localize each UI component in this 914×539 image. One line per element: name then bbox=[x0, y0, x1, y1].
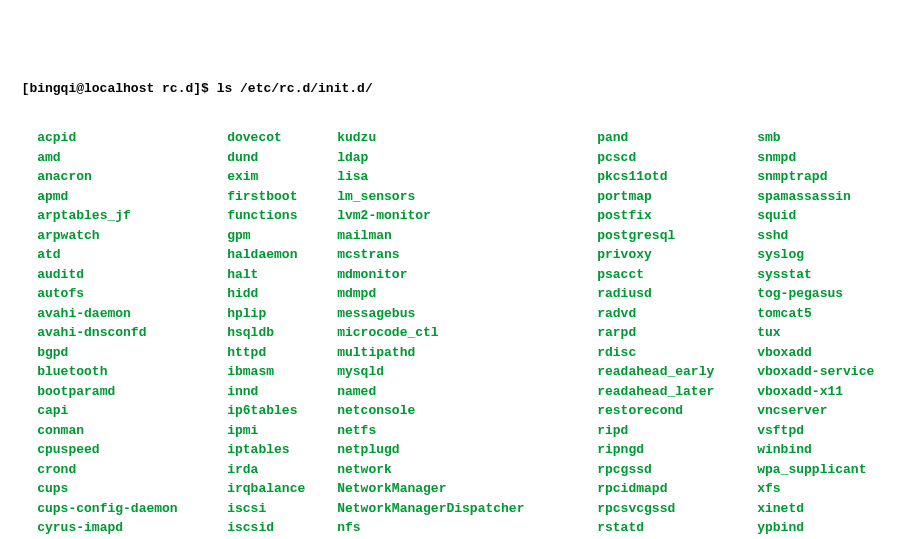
file-entry: avahi-dnsconfd bbox=[37, 323, 227, 343]
file-entry: httpd bbox=[227, 343, 337, 363]
listing-column-5: smbsnmpdsnmptrapdspamassassinsquidsshdsy… bbox=[757, 128, 914, 539]
file-entry: privoxy bbox=[597, 245, 757, 265]
file-entry: avahi-daemon bbox=[37, 304, 227, 324]
file-entry: haldaemon bbox=[227, 245, 337, 265]
file-entry: vncserver bbox=[757, 401, 914, 421]
file-entry: spamassassin bbox=[757, 187, 914, 207]
file-entry: pand bbox=[597, 128, 757, 148]
file-entry: ibmasm bbox=[227, 362, 337, 382]
file-entry: rpcsvcgssd bbox=[597, 499, 757, 519]
file-entry: hidd bbox=[227, 284, 337, 304]
file-entry: readahead_later bbox=[597, 382, 757, 402]
file-entry: cpuspeed bbox=[37, 440, 227, 460]
file-entry: netplugd bbox=[337, 440, 597, 460]
file-entry: ipmi bbox=[227, 421, 337, 441]
file-entry: vboxadd-service bbox=[757, 362, 914, 382]
file-entry: exim bbox=[227, 167, 337, 187]
file-entry: mailman bbox=[337, 226, 597, 246]
file-entry: arptables_jf bbox=[37, 206, 227, 226]
file-entry: hsqldb bbox=[227, 323, 337, 343]
file-entry: functions bbox=[227, 206, 337, 226]
file-entry: capi bbox=[37, 401, 227, 421]
file-entry: apmd bbox=[37, 187, 227, 207]
file-entry: portmap bbox=[597, 187, 757, 207]
file-entry: postgresql bbox=[597, 226, 757, 246]
file-entry: atd bbox=[37, 245, 227, 265]
listing-column-1: acpidamdanacronapmdarptables_jfarpwatcha… bbox=[37, 128, 227, 539]
file-entry: anacron bbox=[37, 167, 227, 187]
file-entry: ip6tables bbox=[227, 401, 337, 421]
file-entry: radvd bbox=[597, 304, 757, 324]
file-entry: hplip bbox=[227, 304, 337, 324]
file-entry: rarpd bbox=[597, 323, 757, 343]
file-entry: tux bbox=[757, 323, 914, 343]
file-entry: lm_sensors bbox=[337, 187, 597, 207]
file-entry: vboxadd bbox=[757, 343, 914, 363]
file-entry: crond bbox=[37, 460, 227, 480]
listing-column-2: dovecotdundeximfirstbootfunctionsgpmhald… bbox=[227, 128, 337, 539]
file-entry: named bbox=[337, 382, 597, 402]
listing-column-4: pandpcscdpkcs11otdportmappostfixpostgres… bbox=[597, 128, 757, 539]
file-entry: mdmonitor bbox=[337, 265, 597, 285]
file-entry: mdmpd bbox=[337, 284, 597, 304]
file-entry: xfs bbox=[757, 479, 914, 499]
file-entry: conman bbox=[37, 421, 227, 441]
file-entry: rpcgssd bbox=[597, 460, 757, 480]
directory-listing: acpidamdanacronapmdarptables_jfarpwatcha… bbox=[6, 113, 908, 539]
file-entry: lvm2-monitor bbox=[337, 206, 597, 226]
file-entry: pcscd bbox=[597, 148, 757, 168]
file-entry: ldap bbox=[337, 148, 597, 168]
file-entry: network bbox=[337, 460, 597, 480]
file-entry: acpid bbox=[37, 128, 227, 148]
file-entry: cyrus-imapd bbox=[37, 518, 227, 538]
file-entry: dund bbox=[227, 148, 337, 168]
file-entry: iptables bbox=[227, 440, 337, 460]
file-entry: arpwatch bbox=[37, 226, 227, 246]
file-entry: kudzu bbox=[337, 128, 597, 148]
file-entry: amd bbox=[37, 148, 227, 168]
file-entry: microcode_ctl bbox=[337, 323, 597, 343]
file-entry: psacct bbox=[597, 265, 757, 285]
terminal-output: [bingqi@localhost rc.d]$ ls /etc/rc.d/in… bbox=[6, 66, 908, 539]
file-entry: netconsole bbox=[337, 401, 597, 421]
file-entry: irda bbox=[227, 460, 337, 480]
file-entry: vboxadd-x11 bbox=[757, 382, 914, 402]
file-entry: restorecond bbox=[597, 401, 757, 421]
file-entry: xinetd bbox=[757, 499, 914, 519]
file-entry: squid bbox=[757, 206, 914, 226]
file-entry: irqbalance bbox=[227, 479, 337, 499]
file-entry: gpm bbox=[227, 226, 337, 246]
file-entry: rdisc bbox=[597, 343, 757, 363]
file-entry: halt bbox=[227, 265, 337, 285]
file-entry: cups-config-daemon bbox=[37, 499, 227, 519]
shell-prompt: [bingqi@localhost rc.d]$ bbox=[22, 81, 217, 96]
file-entry: vsftpd bbox=[757, 421, 914, 441]
file-entry: winbind bbox=[757, 440, 914, 460]
file-entry: nfs bbox=[337, 518, 597, 538]
file-entry: multipathd bbox=[337, 343, 597, 363]
file-entry: iscsi bbox=[227, 499, 337, 519]
file-entry: bluetooth bbox=[37, 362, 227, 382]
file-entry: ripngd bbox=[597, 440, 757, 460]
file-entry: NetworkManagerDispatcher bbox=[337, 499, 597, 519]
file-entry: mcstrans bbox=[337, 245, 597, 265]
file-entry: bootparamd bbox=[37, 382, 227, 402]
listing-column-3: kudzuldaplisalm_sensorslvm2-monitormailm… bbox=[337, 128, 597, 539]
file-entry: ypbind bbox=[757, 518, 914, 538]
file-entry: innd bbox=[227, 382, 337, 402]
file-entry: firstboot bbox=[227, 187, 337, 207]
file-entry: autofs bbox=[37, 284, 227, 304]
file-entry: dovecot bbox=[227, 128, 337, 148]
file-entry: snmptrapd bbox=[757, 167, 914, 187]
file-entry: sysstat bbox=[757, 265, 914, 285]
file-entry: wpa_supplicant bbox=[757, 460, 914, 480]
file-entry: bgpd bbox=[37, 343, 227, 363]
file-entry: iscsid bbox=[227, 518, 337, 538]
file-entry: messagebus bbox=[337, 304, 597, 324]
command-text: ls /etc/rc.d/init.d/ bbox=[217, 81, 373, 96]
file-entry: rstatd bbox=[597, 518, 757, 538]
file-entry: readahead_early bbox=[597, 362, 757, 382]
file-entry: postfix bbox=[597, 206, 757, 226]
file-entry: radiusd bbox=[597, 284, 757, 304]
file-entry: sshd bbox=[757, 226, 914, 246]
